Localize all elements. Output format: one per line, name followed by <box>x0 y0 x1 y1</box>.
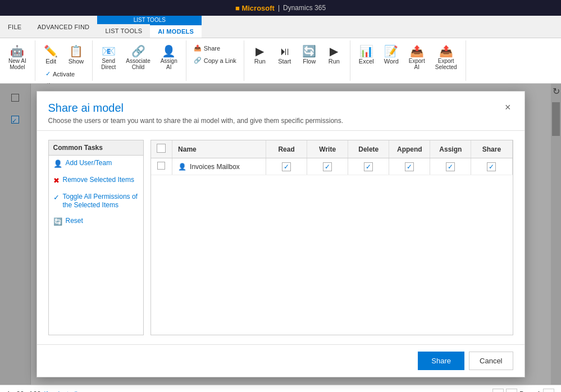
add-user-icon: 👤 <box>53 159 62 169</box>
select-all-checkbox[interactable] <box>157 144 166 153</box>
share-button[interactable]: Share <box>418 352 464 370</box>
row-write-cell[interactable]: ✓ <box>307 158 348 175</box>
col-header-share: Share <box>471 140 512 158</box>
ribbon-group-export: 📊 Excel 📝 Word 📤 ExportAI 📤 ExportSelect… <box>350 40 466 81</box>
associate-child-button[interactable]: 🔗 AssociateChild <box>122 43 154 73</box>
show-button[interactable]: 📋 Show <box>65 43 88 67</box>
show-icon: 📋 <box>69 45 83 57</box>
assign-ai-button[interactable]: 👤 AssignAI <box>157 43 181 73</box>
run2-label: Run <box>329 58 340 65</box>
activate-label: Activate <box>53 71 75 78</box>
selected-text: (1 selected) <box>43 390 79 393</box>
prev-page-button[interactable]: ◀ <box>506 389 517 393</box>
assign-ai-icon: 👤 <box>162 45 176 57</box>
start-button[interactable]: ⏯ Start <box>273 43 296 67</box>
new-ai-icon: 🤖 <box>10 45 24 57</box>
modal-close-button[interactable]: × <box>503 102 513 113</box>
tab-advanced-find[interactable]: ADVANCED FIND <box>29 16 97 38</box>
edit-button[interactable]: ✏️ Edit <box>40 43 62 67</box>
export-selected-label: ExportSelected <box>435 58 457 70</box>
excel-button[interactable]: 📊 Excel <box>355 43 378 67</box>
next-page-button[interactable]: ▶ <box>543 389 554 393</box>
tab-file[interactable]: FILE <box>0 16 29 38</box>
activate-check-icon: ✓ <box>45 70 51 78</box>
export-ai-icon: 📤 <box>410 45 424 57</box>
word-button[interactable]: 📝 Word <box>380 43 403 67</box>
modal-overlay: Share ai model Choose the users or team … <box>0 84 561 385</box>
task-remove-selected[interactable]: ✖ Remove Selected Items <box>49 172 143 189</box>
user-icon: 👤 <box>178 163 186 171</box>
assign-checkbox[interactable]: ✓ <box>446 162 455 171</box>
table-row: 👤 Invoices Mailbox ✓ ✓ <box>151 158 513 175</box>
export-ai-label: ExportAI <box>409 58 425 70</box>
ribbon-group-edit: ✏️ Edit 📋 Show ✓ Activate ✗ Deactivate <box>35 40 93 81</box>
task-reset-label: Reset <box>66 217 83 226</box>
page-label: Page 1 <box>519 390 541 393</box>
cancel-button[interactable]: Cancel <box>469 352 513 370</box>
page-navigation: ⏮ ◀ Page 1 ▶ <box>492 389 554 393</box>
row-assign-cell[interactable]: ✓ <box>430 158 471 175</box>
share-ribbon-button[interactable]: 📤 Share <box>191 43 239 53</box>
ribbon-group-share: 📤 Share 🔗 Copy a Link <box>186 40 244 81</box>
export-selected-button[interactable]: 📤 ExportSelected <box>431 43 461 73</box>
run1-icon: ▶ <box>256 45 264 57</box>
export-selected-icon: 📤 <box>439 45 453 57</box>
share-checkbox[interactable]: ✓ <box>487 162 496 171</box>
copy-link-label: Copy a Link <box>204 57 236 64</box>
ribbon-content: 🤖 New AIModel ✏️ Edit 📋 Show ✓ Activate <box>0 38 561 83</box>
task-remove-selected-label: Remove Selected Items <box>63 176 134 185</box>
first-page-button[interactable]: ⏮ <box>492 389 504 393</box>
excel-icon: 📊 <box>359 45 373 57</box>
share-ribbon-label: Share <box>204 45 220 52</box>
row-name-cell: 👤 Invoices Mailbox <box>172 158 266 175</box>
flow-button[interactable]: 🔄 Flow <box>298 43 321 67</box>
col-header-assign: Assign <box>430 140 471 158</box>
write-checkbox[interactable]: ✓ <box>323 162 332 171</box>
new-ai-button[interactable]: 🤖 New AIModel <box>4 43 30 73</box>
show-label: Show <box>69 58 84 65</box>
status-left: 1 - 32 of 32 (1 selected) <box>7 390 78 393</box>
row-share-cell[interactable]: ✓ <box>471 158 512 175</box>
modal-footer: Share Cancel <box>37 344 524 377</box>
list-tools-label: LIST TOOLS <box>97 16 202 24</box>
new-ai-label: New AIModel <box>8 58 26 70</box>
ms-logo: ■ Microsoft <box>235 4 275 12</box>
copy-link-button[interactable]: 🔗 Copy a Link <box>191 55 239 66</box>
reset-icon: 🔄 <box>53 217 62 227</box>
ribbon-group-run: ▶ Run ⏯ Start 🔄 Flow ▶ Run <box>244 40 350 81</box>
word-label: Word <box>384 58 399 65</box>
row-read-cell[interactable]: ✓ <box>266 158 307 175</box>
row-check-cell[interactable] <box>151 158 172 175</box>
run1-button[interactable]: ▶ Run <box>249 43 271 67</box>
run2-button[interactable]: ▶ Run <box>323 43 345 67</box>
delete-checkbox[interactable]: ✓ <box>364 162 373 171</box>
start-icon: ⏯ <box>279 45 290 57</box>
modal-subtitle: Choose the users or team you want to sha… <box>48 117 344 125</box>
tab-ai-models[interactable]: AI MODELS <box>150 24 202 38</box>
task-reset[interactable]: 🔄 Reset <box>49 213 143 230</box>
row-append-cell[interactable]: ✓ <box>389 158 430 175</box>
task-add-user[interactable]: 👤 Add User/Team <box>49 156 143 172</box>
task-toggle-all-label: Toggle All Permissions of the Selected I… <box>63 193 139 210</box>
row-checkbox[interactable] <box>157 162 165 170</box>
send-direct-button[interactable]: 📧 SendDirect <box>97 43 120 73</box>
modal-header: Share ai model Choose the users or team … <box>37 92 524 131</box>
permissions-area: Name Read Write Delete Append Assign Sha… <box>150 140 513 335</box>
row-delete-cell[interactable]: ✓ <box>348 158 389 175</box>
assign-ai-label: AssignAI <box>161 58 177 70</box>
edit-icon: ✏️ <box>44 45 58 57</box>
append-checkbox[interactable]: ✓ <box>405 162 414 171</box>
tab-list-tools[interactable]: LIST TOOLS <box>97 24 150 38</box>
ribbon: FILE ADVANCED FIND LIST TOOLS LIST TOOLS… <box>0 16 561 84</box>
associate-child-label: AssociateChild <box>126 58 150 70</box>
read-checkbox[interactable]: ✓ <box>282 162 291 171</box>
activate-button[interactable]: ✓ Activate <box>43 69 85 79</box>
word-icon: 📝 <box>384 45 398 57</box>
col-header-check[interactable] <box>151 140 172 158</box>
main-area: ↻ Share ai model Choose the users or tea… <box>0 84 561 385</box>
send-direct-label: SendDirect <box>101 58 116 70</box>
export-ai-button[interactable]: 📤 ExportAI <box>405 43 429 73</box>
tasks-panel: Common Tasks 👤 Add User/Team ✖ Remove Se… <box>48 140 144 335</box>
task-toggle-all[interactable]: ✓ Toggle All Permissions of the Selected… <box>49 189 143 213</box>
permissions-table: Name Read Write Delete Append Assign Sha… <box>151 140 513 175</box>
